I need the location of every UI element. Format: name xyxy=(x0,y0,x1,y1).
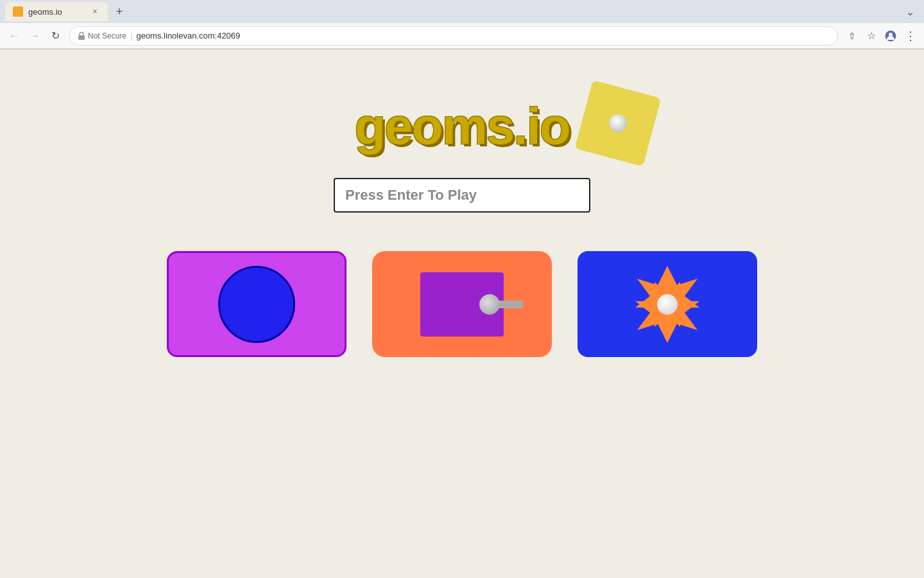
nav-bar: ← → ↻ Not Secure | geoms.linolevan.com:4… xyxy=(0,23,924,49)
active-tab[interactable]: geoms.io × xyxy=(5,2,108,21)
svg-rect-0 xyxy=(15,8,21,15)
tab-close-button[interactable]: × xyxy=(90,6,100,17)
more-tabs-button[interactable]: ⌄ xyxy=(901,3,919,21)
address-separator: | xyxy=(130,31,132,40)
star-center-circle xyxy=(657,294,678,315)
address-bar[interactable]: Not Secure | geoms.linolevan.com:42069 xyxy=(69,26,838,46)
circle-card[interactable] xyxy=(167,251,346,357)
star-container xyxy=(626,263,709,346)
title-area: geoms.io xyxy=(354,101,569,152)
game-title: geoms.io xyxy=(354,101,569,152)
reload-button[interactable]: ↻ xyxy=(46,27,64,45)
card-button-stem xyxy=(497,301,523,308)
not-secure-label: Not Secure xyxy=(88,31,126,40)
back-button[interactable]: ← xyxy=(5,27,23,45)
browser-chrome: geoms.io × + ⌄ ← → ↻ Not Secure | geoms.… xyxy=(0,0,924,49)
cards-area xyxy=(167,251,757,357)
play-input-container xyxy=(334,178,590,213)
tab-favicon xyxy=(13,6,23,17)
bookmark-button[interactable]: ☆ xyxy=(862,27,880,45)
forward-button[interactable]: → xyxy=(26,27,44,45)
address-text: geoms.linolevan.com:42069 xyxy=(136,31,240,40)
title-decoration-square xyxy=(574,80,661,167)
card-circle-shape xyxy=(218,266,295,343)
share-button[interactable]: ⇧ xyxy=(843,27,861,45)
tab-right-controls: ⌄ xyxy=(901,3,919,21)
card-button-control xyxy=(479,294,523,315)
card-button-square xyxy=(420,272,504,337)
tab-bar: geoms.io × + ⌄ xyxy=(0,0,924,23)
page-content: geoms.io xyxy=(0,49,924,578)
tab-title: geoms.io xyxy=(28,7,62,17)
title-decoration-circle xyxy=(606,112,628,134)
profile-button[interactable] xyxy=(882,27,900,45)
new-tab-button[interactable]: + xyxy=(110,3,128,21)
menu-button[interactable]: ⋮ xyxy=(901,27,919,45)
not-secure-indicator: Not Secure xyxy=(78,31,126,40)
nav-right-controls: ⇧ ☆ ⋮ xyxy=(843,27,919,45)
svg-rect-1 xyxy=(78,35,85,40)
button-card[interactable] xyxy=(372,251,552,357)
star-card[interactable] xyxy=(578,251,757,357)
play-input[interactable] xyxy=(334,178,590,213)
card-button-circle xyxy=(479,294,500,315)
